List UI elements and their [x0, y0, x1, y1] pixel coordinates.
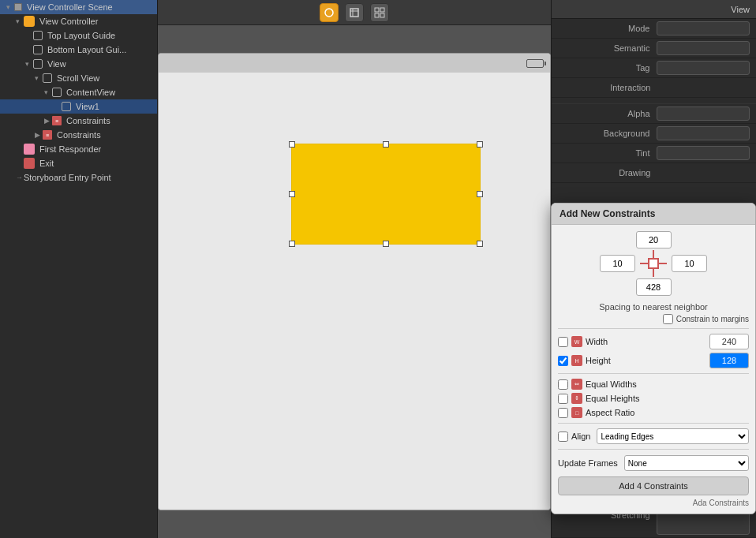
add-constraints-button[interactable]: Add 4 Constraints: [558, 476, 749, 495]
svg-rect-1: [350, 9, 358, 17]
nav-item-top-layout[interactable]: Top Layout Guide: [0, 28, 157, 43]
nav-item-vc[interactable]: ▾ View Controller: [0, 14, 157, 28]
constraints-popup: Add New Constraints: [551, 203, 756, 514]
scene-label: View Controller Scene: [27, 2, 113, 12]
handle-bot-left[interactable]: [289, 241, 295, 247]
constraints1-label: Constraints: [66, 116, 110, 125]
handle-mid-left[interactable]: [289, 191, 295, 197]
handle-bot-mid[interactable]: [383, 241, 389, 247]
nav-item-view[interactable]: ▾ View: [0, 57, 157, 71]
cube-toolbar-btn[interactable]: [345, 3, 364, 22]
align-select[interactable]: Leading Edges Trailing Edges Top Edges B…: [597, 428, 749, 444]
bottom-spacing-input[interactable]: [636, 278, 672, 296]
separator2: [558, 373, 749, 374]
nav-item-exit[interactable]: Exit: [0, 156, 157, 170]
section-divider1: [552, 98, 756, 104]
tint-row: Tint: [552, 144, 756, 163]
constraint-diagram: [640, 250, 667, 277]
handle-top-mid[interactable]: [383, 141, 389, 148]
constraints2-label: Constraints: [57, 130, 101, 140]
constraints1-arrow: ▶: [44, 117, 52, 125]
semantic-dropdown[interactable]: [657, 41, 750, 55]
view1-icon: [62, 102, 71, 111]
inspector-title: View: [731, 5, 750, 14]
mode-dropdown[interactable]: [657, 21, 750, 35]
update-frames-select[interactable]: None Items of New Constraints All Frames…: [624, 455, 749, 471]
separator3: [558, 423, 749, 424]
nav-item-scroll-view[interactable]: ▾ Scroll View: [0, 71, 157, 85]
constrain-margins-checkbox[interactable]: [663, 314, 673, 324]
align-row: Align Leading Edges Trailing Edges Top E…: [558, 427, 749, 446]
constraints2-arrow: ▶: [35, 131, 43, 139]
background-picker[interactable]: [657, 126, 750, 140]
height-icon: H: [571, 355, 582, 366]
left-spacing-input[interactable]: [600, 255, 635, 272]
mode-label: Mode: [558, 24, 657, 33]
storyboard-label: Storyboard Entry Point: [24, 173, 111, 182]
content-view-label: ContentView: [66, 88, 115, 97]
top-layout-icon: [33, 31, 43, 40]
canvas-area[interactable]: ▶: [158, 25, 551, 538]
nav-item-view1[interactable]: View1: [0, 99, 157, 114]
height-checkbox[interactable]: [558, 356, 568, 366]
aspect-ratio-checkbox[interactable]: [558, 408, 568, 418]
drawing-checkboxes[interactable]: [657, 166, 750, 180]
equal-heights-checkbox[interactable]: [558, 394, 568, 404]
nav-item-constraints2[interactable]: ▶ ≡ Constraints: [0, 128, 157, 142]
background-label: Background: [558, 129, 657, 138]
popup-title: Add New Constraints: [552, 204, 755, 225]
update-frames-row: Update Frames None Items of New Constrai…: [558, 453, 749, 473]
nav-item-storyboard[interactable]: → Storyboard Entry Point: [0, 170, 157, 185]
status-bar: [159, 54, 550, 73]
width-label: Width: [586, 337, 608, 346]
battery-icon: [526, 59, 544, 68]
circle-toolbar-btn[interactable]: [320, 3, 339, 22]
width-icon: W: [571, 336, 582, 347]
nav-item-first-responder[interactable]: First Responder: [0, 142, 157, 156]
height-field-label: H Height: [571, 355, 706, 366]
alpha-label: Alpha: [558, 109, 657, 118]
aspect-ratio-row: □ Aspect Ratio: [558, 405, 749, 420]
width-value-input[interactable]: [709, 334, 749, 349]
navigator-panel: ▾ View Controller Scene ▾ View Controlle…: [0, 0, 158, 538]
spacing-label: Spacing to nearest neighbor: [558, 302, 749, 312]
nav-item-content-view[interactable]: ▾ ContentView: [0, 85, 157, 99]
right-spacing-input[interactable]: [672, 255, 707, 272]
semantic-row: Semantic: [552, 39, 756, 58]
first-responder-icon: [24, 144, 35, 155]
vc-icon: [24, 16, 35, 27]
interaction-checkboxes[interactable]: [657, 80, 750, 95]
tag-input[interactable]: [657, 61, 750, 75]
view-icon: [33, 59, 43, 69]
top-layout-label: Top Layout Guide: [47, 31, 115, 40]
handle-top-left[interactable]: [289, 141, 295, 148]
width-checkbox[interactable]: [558, 337, 568, 347]
handle-mid-right[interactable]: [477, 191, 483, 197]
equal-heights-text: Equal Heights: [586, 394, 640, 403]
nav-item-scene[interactable]: ▾ View Controller Scene: [0, 0, 157, 14]
constraints1-icon: ≡: [52, 116, 62, 125]
view-label: View: [47, 59, 66, 69]
equal-widths-checkbox[interactable]: [558, 379, 568, 390]
inspector-header: View: [552, 0, 756, 19]
tint-picker[interactable]: [657, 146, 750, 160]
handle-top-right[interactable]: [477, 141, 483, 148]
grid-toolbar-btn[interactable]: [370, 3, 389, 22]
aspect-ratio-label: □ Aspect Ratio: [571, 407, 634, 418]
nav-item-constraints1[interactable]: ▶ ≡ Constraints: [0, 114, 157, 128]
equal-heights-label: ⇕ Equal Heights: [571, 393, 640, 404]
equal-widths-icon: ⇔: [571, 379, 582, 390]
height-value-input[interactable]: [709, 353, 749, 368]
top-spacing-input[interactable]: [636, 231, 672, 248]
alpha-input[interactable]: [657, 106, 750, 121]
nav-item-bottom-layout[interactable]: Bottom Layout Gui...: [0, 43, 157, 57]
background-row: Background: [552, 124, 756, 144]
handle-bot-right[interactable]: [477, 241, 483, 247]
interaction-label: Interaction: [558, 83, 657, 92]
alpha-row: Alpha: [552, 104, 756, 124]
aspect-ratio-icon: □: [571, 407, 582, 418]
separator1: [558, 328, 749, 329]
yellow-view[interactable]: [291, 144, 481, 245]
semantic-label: Semantic: [558, 43, 657, 53]
align-checkbox[interactable]: [558, 432, 568, 442]
